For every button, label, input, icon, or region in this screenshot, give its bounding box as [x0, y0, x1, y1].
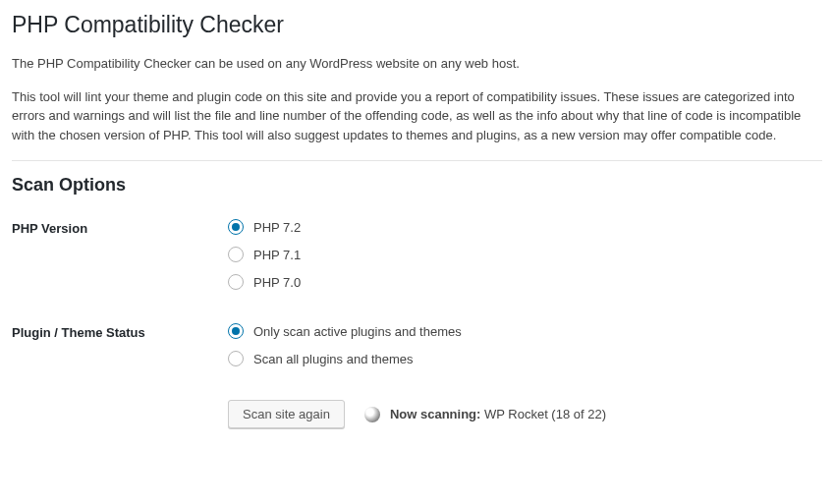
page-title: PHP Compatibility Checker — [12, 12, 822, 38]
php-version-controls: PHP 7.2 PHP 7.1 PHP 7.0 — [228, 219, 822, 290]
intro-paragraph-2: This tool will lint your theme and plugi… — [12, 87, 822, 145]
php-version-row: PHP Version PHP 7.2 PHP 7.1 PHP 7.0 — [12, 219, 822, 290]
php-version-option-1[interactable]: PHP 7.1 — [228, 247, 822, 262]
scan-status-detail: WP Rocket (18 of 22) — [484, 407, 606, 421]
php-version-option-2[interactable]: PHP 7.0 — [228, 274, 822, 290]
radio-label: PHP 7.1 — [253, 248, 301, 262]
php-version-label: PHP Version — [12, 219, 228, 290]
divider — [12, 160, 822, 161]
radio-icon[interactable] — [228, 323, 244, 339]
radio-icon[interactable] — [228, 274, 244, 290]
radio-label: PHP 7.0 — [253, 275, 301, 290]
plugin-status-option-0[interactable]: Only scan active plugins and themes — [228, 323, 822, 339]
radio-icon[interactable] — [228, 351, 244, 366]
radio-icon[interactable] — [228, 219, 244, 235]
plugin-status-controls: Only scan active plugins and themes Scan… — [228, 323, 822, 366]
scan-status-prefix: Now scanning: — [390, 407, 480, 421]
scan-button[interactable]: Scan site again — [228, 400, 345, 428]
plugin-status-row: Plugin / Theme Status Only scan active p… — [12, 323, 822, 366]
radio-label: Only scan active plugins and themes — [253, 324, 462, 339]
radio-icon[interactable] — [228, 247, 244, 262]
scan-status-text: Now scanning: WP Rocket (18 of 22) — [390, 407, 606, 421]
scan-action-row: Scan site again Now scanning: WP Rocket … — [228, 400, 822, 428]
intro-paragraph-1: The PHP Compatibility Checker can be use… — [12, 54, 822, 74]
radio-label: PHP 7.2 — [253, 220, 301, 235]
plugin-status-label: Plugin / Theme Status — [12, 323, 228, 366]
php-version-option-0[interactable]: PHP 7.2 — [228, 219, 822, 235]
plugin-status-option-1[interactable]: Scan all plugins and themes — [228, 351, 822, 366]
spinner-icon — [364, 407, 380, 422]
scan-options-heading: Scan Options — [12, 175, 822, 196]
radio-label: Scan all plugins and themes — [253, 352, 414, 366]
